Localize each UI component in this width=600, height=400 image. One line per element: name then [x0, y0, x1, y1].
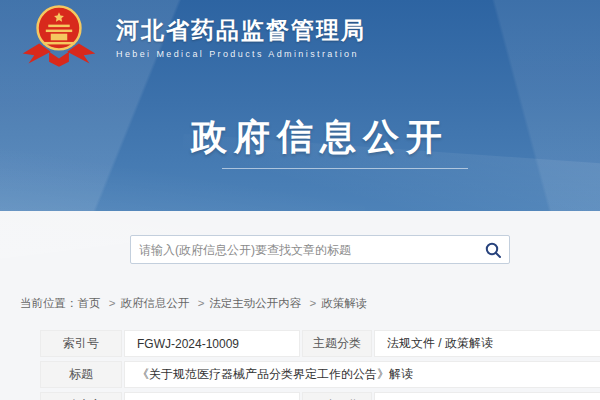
page-title: 政府信息公开 [40, 113, 600, 162]
site-name-en: Hebei Medical Products Administration [116, 49, 366, 59]
field-label-publish-date: 发布日期 [302, 392, 372, 400]
page: 河北省药品监督管理局 Hebei Medical Products Admini… [0, 0, 600, 400]
breadcrumb-separator: > [310, 297, 317, 309]
breadcrumb-info-disclosure[interactable]: 政府信息公开 [120, 297, 189, 309]
search-input[interactable] [131, 236, 477, 263]
info-table: 索引号 FGWJ-2024-10009 主题分类 法规文件 / 政策解读 标题 … [38, 326, 600, 400]
field-value-index-number: FGWJ-2024-10009 [124, 330, 300, 357]
search-button[interactable] [477, 236, 509, 263]
table-row: 发文部门 发布日期 2024-05-13 [40, 392, 600, 400]
breadcrumb-home[interactable]: 首页 [78, 297, 101, 309]
field-value-title: 《关于规范医疗器械产品分类界定工作的公告》解读 [124, 361, 600, 388]
field-value-issuing-department [124, 392, 300, 400]
site-header: 河北省药品监督管理局 Hebei Medical Products Admini… [14, 4, 366, 70]
field-value-topic-category: 法规文件 / 政策解读 [374, 330, 600, 357]
table-row: 标题 《关于规范医疗器械产品分类界定工作的公告》解读 [40, 361, 600, 388]
breadcrumb-policy-interpretation[interactable]: 政策解读 [321, 297, 367, 309]
search-icon [484, 241, 502, 259]
field-label-index-number: 索引号 [40, 330, 122, 357]
field-value-publish-date: 2024-05-13 [374, 392, 600, 400]
banner-underline [222, 168, 468, 169]
field-label-topic-category: 主题分类 [302, 330, 372, 357]
hero-banner: 河北省药品监督管理局 Hebei Medical Products Admini… [0, 0, 600, 211]
breadcrumb-statutory-content[interactable]: 法定主动公开内容 [209, 297, 301, 309]
breadcrumb-separator: > [198, 297, 205, 309]
breadcrumb-separator: > [109, 297, 116, 309]
site-title-group: 河北省药品监督管理局 Hebei Medical Products Admini… [116, 15, 366, 59]
breadcrumb: 当前位置：首页 >政府信息公开 >法定主动公开内容 >政策解读 [20, 296, 367, 311]
site-name: 河北省药品监督管理局 [116, 15, 366, 46]
national-emblem-logo [14, 4, 104, 70]
field-label-issuing-department: 发文部门 [40, 392, 122, 400]
field-label-title: 标题 [40, 361, 122, 388]
breadcrumb-label: 当前位置： [20, 297, 78, 309]
table-row: 索引号 FGWJ-2024-10009 主题分类 法规文件 / 政策解读 [40, 330, 600, 357]
search-bar [130, 235, 510, 264]
